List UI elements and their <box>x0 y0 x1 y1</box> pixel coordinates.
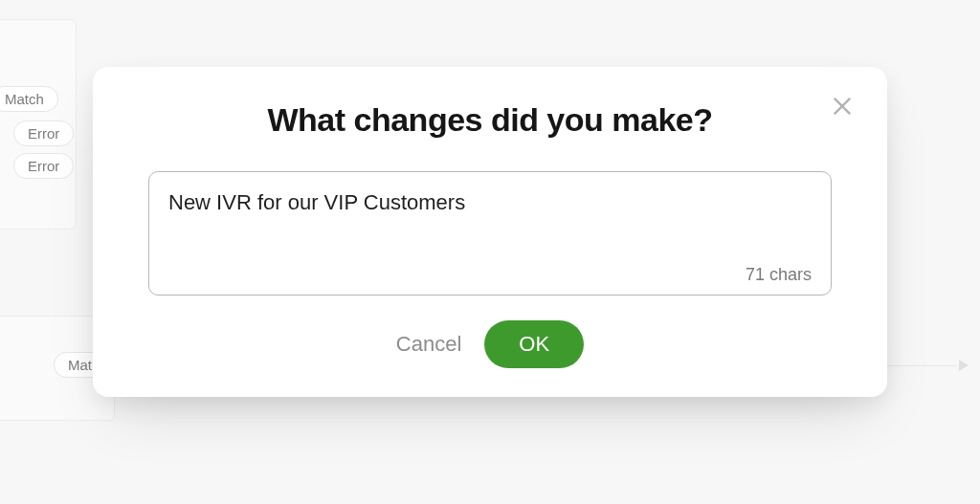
changes-modal: What changes did you make? 71 chars Canc… <box>93 67 887 397</box>
modal-overlay: What changes did you make? 71 chars Canc… <box>0 0 980 504</box>
modal-actions: Cancel OK <box>148 320 832 368</box>
close-icon <box>830 94 855 119</box>
ok-button[interactable]: OK <box>484 320 584 368</box>
modal-title: What changes did you make? <box>148 101 832 139</box>
cancel-button[interactable]: Cancel <box>396 332 461 357</box>
changes-textarea-wrap[interactable]: 71 chars <box>148 171 832 296</box>
close-button[interactable] <box>830 94 855 122</box>
changes-textarea[interactable] <box>168 189 812 253</box>
char-counter: 71 chars <box>746 265 812 285</box>
